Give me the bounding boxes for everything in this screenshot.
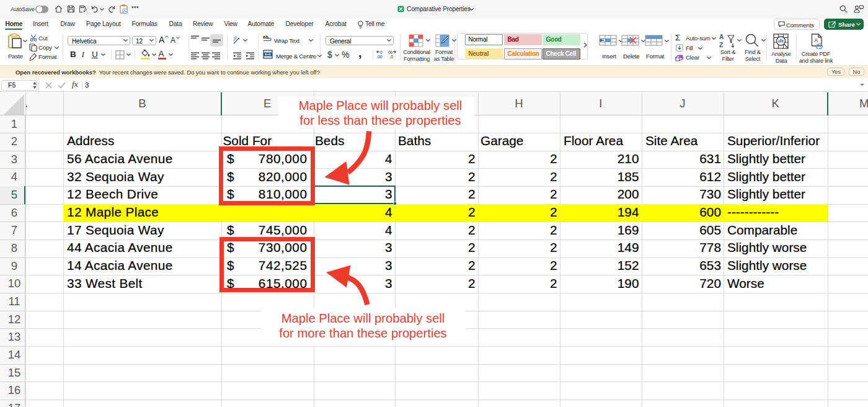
svg-text:.0: .0 [389, 55, 393, 59]
svg-text:.00: .00 [376, 55, 383, 59]
svg-text:Z: Z [719, 42, 723, 48]
svg-text:0: 0 [380, 50, 383, 55]
svg-text:A: A [719, 34, 724, 40]
svg-text:00: 00 [388, 50, 393, 55]
svg-text:A: A [814, 37, 818, 43]
